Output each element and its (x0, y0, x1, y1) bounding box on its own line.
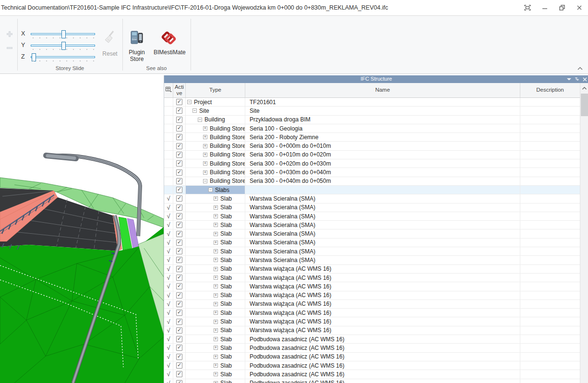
vertical-scrollbar[interactable] (580, 83, 588, 383)
tree-expand-icon[interactable]: + (214, 258, 218, 262)
slider-z[interactable] (31, 56, 95, 58)
table-row[interactable]: √+SlabPodbudowa zasadnicz (AC WMS 16) (164, 344, 580, 352)
scroll-up-button[interactable] (580, 83, 588, 91)
tree-expand-icon[interactable]: + (214, 196, 218, 201)
active-checkbox[interactable] (176, 310, 182, 316)
active-checkbox[interactable] (176, 380, 182, 383)
table-row[interactable]: +Building StoreySeria 100 - Geologia (164, 124, 580, 133)
table-row[interactable]: √+SlabWarstwa wiążąca (AC WMS 16) (164, 309, 580, 317)
column-header-description[interactable]: Description (520, 83, 580, 97)
table-row[interactable]: √+SlabPodbudowa zasadnicz (AC WMS 16) (164, 379, 580, 383)
tree-expand-icon[interactable]: − (192, 108, 197, 113)
table-row[interactable]: +Building StoreySeria 300 - 0+000m do 0+… (164, 142, 580, 150)
active-checkbox[interactable] (176, 143, 182, 149)
active-checkbox[interactable] (176, 195, 182, 202)
table-row[interactable]: √+SlabWarstwa wiążąca (AC WMS 16) (164, 291, 580, 300)
table-row[interactable]: √+SlabWarstwa Scieralna (SMA) (164, 247, 580, 256)
active-checkbox[interactable] (176, 354, 182, 360)
active-checkbox[interactable] (176, 187, 182, 193)
slider-y[interactable] (31, 45, 95, 47)
tree-expand-icon[interactable]: + (203, 126, 207, 131)
active-checkbox[interactable] (176, 222, 182, 228)
table-row[interactable]: √+SlabWarstwa wiążąca (AC WMS 16) (164, 300, 580, 309)
column-header-type[interactable]: Type (186, 83, 245, 97)
tree-expand-icon[interactable]: + (214, 293, 218, 298)
restore-button[interactable] (553, 2, 571, 14)
active-checkbox[interactable] (176, 362, 182, 369)
table-row[interactable]: √+SlabWarstwa Scieralna (SMA) (164, 239, 580, 247)
table-row[interactable]: √+SlabWarstwa wiążąca (AC WMS 16) (164, 274, 580, 282)
active-checkbox[interactable] (176, 283, 182, 289)
slider-x[interactable] (31, 33, 95, 35)
column-header-name[interactable]: Name (245, 83, 520, 97)
active-checkbox[interactable] (176, 292, 182, 299)
active-checkbox[interactable] (176, 266, 182, 272)
tree-expand-icon[interactable]: + (214, 337, 218, 341)
tree-expand-icon[interactable]: + (214, 328, 218, 333)
tree-expand-icon[interactable]: + (203, 144, 207, 148)
active-checkbox[interactable] (176, 248, 182, 254)
collapse-ribbon-button[interactable] (575, 64, 585, 72)
table-row[interactable]: −Slabs (164, 186, 580, 194)
tree-expand-icon[interactable]: + (214, 346, 218, 350)
viewport-3d[interactable] (0, 75, 164, 383)
table-row[interactable]: √+SlabPodbudowa zasadnicz (AC WMS 16) (164, 370, 580, 379)
reset-button[interactable]: Reset (98, 25, 121, 60)
table-row[interactable]: √+SlabPodbudowa zasadnicz (AC WMS 16) (164, 361, 580, 370)
table-row[interactable]: +Building StoreySeria 200 - Roboty Ziemn… (164, 133, 580, 142)
minimize-button[interactable] (536, 2, 553, 14)
tree-expand-icon[interactable]: + (214, 311, 218, 315)
active-checkbox[interactable] (176, 345, 182, 351)
table-row[interactable]: √+SlabWarstwa Scieralna (SMA) (164, 256, 580, 264)
tree-expand-icon[interactable]: − (198, 118, 202, 122)
active-checkbox[interactable] (176, 160, 182, 167)
active-checkbox[interactable] (176, 301, 182, 307)
table-row[interactable]: √+SlabWarstwa Scieralna (SMA) (164, 221, 580, 229)
active-checkbox[interactable] (176, 134, 182, 140)
tree-expand-icon[interactable]: + (214, 381, 218, 383)
tree-expand-icon[interactable]: + (214, 355, 218, 359)
active-checkbox[interactable] (176, 99, 182, 105)
tree-expand-icon[interactable]: + (214, 275, 218, 280)
table-row[interactable]: √+SlabWarstwa wiążąca (AC WMS 16) (164, 326, 580, 335)
tree-expand-icon[interactable]: − (187, 100, 192, 104)
tree-expand-icon[interactable]: + (203, 135, 207, 139)
zoom-plus-button[interactable] (4, 30, 15, 40)
tree-expand-icon[interactable]: + (214, 320, 218, 324)
column-header-indicator[interactable] (164, 83, 173, 97)
tree-expand-icon[interactable]: + (214, 302, 218, 306)
table-row[interactable]: √+SlabWarstwa wiążąca (AC WMS 16) (164, 265, 580, 274)
table-row[interactable]: √+SlabWarstwa Scieralna (SMA) (164, 229, 580, 238)
bimestimate-button[interactable]: BIMestiMate (154, 25, 183, 65)
panel-close-icon[interactable] (583, 77, 587, 82)
active-checkbox[interactable] (176, 336, 182, 342)
table-row[interactable]: −SiteSite (164, 107, 580, 115)
table-row[interactable]: √+SlabWarstwa Scieralna (SMA) (164, 212, 580, 221)
tree-expand-icon[interactable]: + (203, 153, 207, 157)
active-checkbox[interactable] (176, 239, 182, 246)
tree-expand-icon[interactable]: + (214, 232, 218, 236)
tree-expand-icon[interactable]: + (214, 249, 218, 253)
active-checkbox[interactable] (176, 213, 182, 219)
active-checkbox[interactable] (176, 125, 182, 132)
active-checkbox[interactable] (176, 117, 182, 123)
scrollbar-thumb[interactable] (581, 94, 588, 116)
close-button[interactable] (571, 2, 588, 14)
active-checkbox[interactable] (176, 257, 182, 263)
table-row[interactable]: −ProjectTF201601 (164, 98, 580, 107)
tree-expand-icon[interactable]: + (214, 240, 218, 245)
tree-expand-icon[interactable]: − (203, 179, 207, 183)
tree-expand-icon[interactable]: + (203, 170, 207, 175)
tree-expand-icon[interactable]: + (214, 205, 218, 210)
active-checkbox[interactable] (176, 319, 182, 325)
active-checkbox[interactable] (176, 178, 182, 184)
active-checkbox[interactable] (176, 231, 182, 237)
panel-header[interactable]: IFC Structure (164, 75, 588, 83)
table-row[interactable]: +Building StoreySeria 300 - 0+010m do 0+… (164, 151, 580, 159)
table-row[interactable]: +Building StoreySeria 300 - 0+030m do 0+… (164, 168, 580, 177)
tree-expand-icon[interactable]: + (214, 267, 218, 271)
dropdown-icon[interactable] (567, 78, 571, 81)
tree-expand-icon[interactable]: − (208, 188, 213, 192)
active-checkbox[interactable] (176, 327, 182, 334)
active-checkbox[interactable] (176, 371, 182, 377)
